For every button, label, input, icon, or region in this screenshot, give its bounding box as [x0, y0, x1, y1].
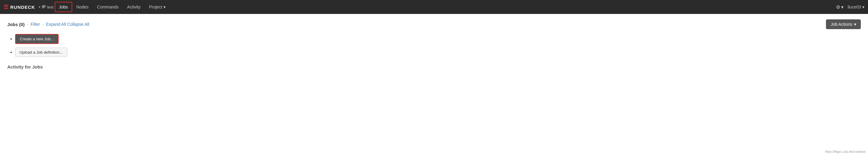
activity-for-jobs-title: Activity for Jobs [7, 64, 43, 70]
breadcrumb-chevron: › [27, 22, 28, 26]
nav-project[interactable]: test [42, 5, 54, 9]
job-actions-caret: ▾ [854, 22, 856, 27]
settings-dropdown-caret: ▾ [841, 4, 843, 10]
nav-link-project[interactable]: Project ▾ [145, 0, 170, 14]
nav-dropdown-arrow[interactable]: ▾ [39, 5, 40, 9]
brand-name: RUNDECK [10, 4, 35, 10]
upload-job-button[interactable]: Upload a Job definition... [15, 48, 67, 57]
user-menu[interactable]: liuce03 ▾ [848, 4, 864, 9]
list-item: • Create a new Job... [10, 34, 861, 44]
nav-links: Jobs Nodes Commands Activity Project ▾ [55, 0, 834, 14]
svg-rect-0 [42, 5, 45, 6]
svg-rect-1 [42, 6, 45, 7]
filter-link[interactable]: Filter [31, 22, 40, 27]
main-content: Jobs (0) › Filter › Expand All Collapse … [0, 14, 868, 73]
list-item: • Upload a Job definition... [10, 48, 861, 57]
nav-link-nodes[interactable]: Nodes [72, 0, 93, 14]
gear-icon: ⚙ [836, 4, 840, 10]
nav-link-jobs[interactable]: Jobs [55, 2, 72, 12]
job-actions-button[interactable]: Job Actions ▾ [826, 19, 861, 29]
create-new-job-button[interactable]: Create a new Job... [15, 34, 59, 44]
nav-project-label: test [47, 5, 54, 9]
brand-icon: ☰ [4, 4, 8, 10]
breadcrumb-chevron-2: › [42, 22, 43, 26]
project-list-icon [42, 5, 46, 9]
expand-collapse-links: Expand All Collapse All [46, 22, 89, 27]
bullet-1: • [10, 37, 12, 42]
navbar: ☰ RUNDECK ▾ test Jobs Nodes Commands Act… [0, 0, 868, 14]
activity-section: Activity for Jobs [7, 64, 861, 70]
jobs-title-area: Jobs (0) › Filter › Expand All Collapse … [7, 22, 89, 27]
jobs-list: • Create a new Job... • Upload a Job def… [10, 34, 861, 57]
expand-all-link[interactable]: Expand All [46, 22, 66, 27]
nav-link-project-label: Project [149, 4, 162, 9]
nav-link-commands[interactable]: Commands [93, 0, 123, 14]
svg-rect-2 [42, 7, 45, 8]
nav-right: ⚙ ▾ liuce03 ▾ [834, 4, 864, 10]
project-dropdown-caret: ▾ [163, 4, 166, 9]
jobs-header: Jobs (0) › Filter › Expand All Collapse … [7, 19, 861, 29]
bullet-2: • [10, 50, 12, 55]
jobs-title: Jobs (0) [7, 22, 25, 27]
collapse-all-link[interactable]: Collapse All [67, 22, 89, 27]
job-actions-label: Job Actions [831, 22, 852, 27]
nav-link-activity[interactable]: Activity [123, 0, 145, 14]
settings-button[interactable]: ⚙ ▾ [834, 4, 845, 10]
brand-logo[interactable]: ☰ RUNDECK [4, 4, 35, 10]
